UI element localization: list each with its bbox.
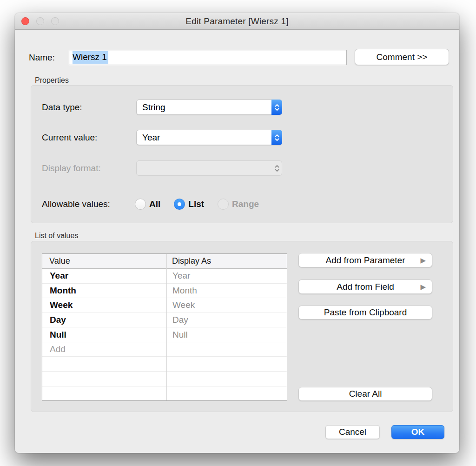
display-format-label: Display format:	[42, 160, 101, 176]
cancel-button-label: Cancel	[339, 427, 366, 437]
radio-option-list[interactable]: List	[174, 199, 204, 210]
current-value-label: Current value:	[42, 130, 97, 145]
properties-section-label: Properties	[35, 76, 69, 85]
display-as-cell[interactable]: Day	[166, 315, 188, 325]
minimize-button[interactable]	[36, 17, 44, 25]
cancel-button[interactable]: Cancel	[325, 425, 380, 439]
radio-disabled-icon	[218, 199, 229, 210]
value-cell[interactable]: Year	[42, 271, 166, 281]
edit-parameter-dialog: Edit Parameter [Wiersz 1] Name: Wiersz 1…	[15, 13, 459, 453]
chevron-up-down-icon	[271, 130, 282, 145]
value-cell[interactable]: Day	[42, 315, 166, 325]
close-button[interactable]	[21, 17, 29, 25]
clear-all-label: Clear All	[349, 389, 382, 399]
add-value-label[interactable]: Add	[42, 344, 166, 354]
radio-icon[interactable]	[135, 199, 146, 210]
paste-from-clipboard-button[interactable]: Paste from Clipboard	[298, 306, 432, 320]
comment-button[interactable]: Comment >>	[355, 49, 449, 65]
value-cell[interactable]: Month	[42, 286, 166, 296]
chevron-up-down-icon	[271, 100, 282, 115]
empty-table-row	[42, 357, 287, 372]
current-value-value: Year	[142, 133, 160, 143]
radio-selected-icon[interactable]	[174, 199, 185, 210]
column-header-value: Value	[42, 256, 166, 266]
data-type-label: Data type:	[42, 100, 82, 115]
display-as-cell[interactable]: Year	[166, 271, 190, 281]
data-type-value: String	[142, 102, 165, 113]
chevron-up-down-icon	[271, 160, 282, 176]
table-row[interactable]: Month Month	[42, 284, 287, 299]
table-header: Value Display As	[42, 254, 287, 269]
add-value-row[interactable]: Add	[42, 342, 287, 357]
allowable-values-label: Allowable values:	[42, 196, 110, 212]
display-as-cell[interactable]: Week	[166, 300, 195, 310]
ok-button-label: OK	[411, 427, 425, 437]
submenu-arrow-icon: ▶	[420, 256, 426, 265]
allowable-values-radio-group: All List Range	[135, 197, 272, 211]
comment-button-label: Comment >>	[377, 52, 428, 62]
ok-button[interactable]: OK	[391, 425, 444, 439]
zoom-button[interactable]	[51, 17, 59, 25]
radio-option-range: Range	[218, 199, 259, 210]
window-title: Edit Parameter [Wiersz 1]	[185, 16, 288, 27]
add-from-field-label: Add from Field	[337, 282, 394, 292]
radio-label: List	[188, 199, 204, 209]
empty-table-row	[42, 386, 287, 401]
add-from-parameter-label: Add from Parameter	[325, 255, 405, 266]
radio-label: Range	[232, 199, 259, 209]
table-row[interactable]: Week Week	[42, 298, 287, 313]
column-header-display-as: Display As	[166, 256, 211, 266]
radio-option-all[interactable]: All	[135, 199, 160, 210]
table-row[interactable]: Year Year	[42, 269, 287, 284]
empty-table-row	[42, 372, 287, 386]
table-row[interactable]: Null Null	[42, 327, 287, 342]
clear-all-button[interactable]: Clear All	[298, 387, 432, 401]
add-from-field-button[interactable]: Add from Field ▶	[298, 280, 432, 294]
current-value-dropdown[interactable]: Year	[136, 130, 282, 145]
value-cell[interactable]: Week	[42, 300, 166, 310]
titlebar: Edit Parameter [Wiersz 1]	[15, 13, 459, 30]
radio-label: All	[149, 199, 160, 209]
submenu-arrow-icon: ▶	[420, 283, 426, 291]
data-type-dropdown[interactable]: String	[136, 100, 282, 115]
display-as-cell[interactable]: Null	[166, 330, 188, 340]
display-as-cell[interactable]: Month	[166, 286, 197, 296]
table-row[interactable]: Day Day	[42, 313, 287, 328]
paste-from-clipboard-label: Paste from Clipboard	[324, 307, 407, 318]
values-table: Value Display As Year Year Month Month W…	[42, 253, 287, 401]
display-format-dropdown	[136, 160, 282, 176]
name-input-selected-text: Wiersz 1	[73, 51, 108, 64]
column-divider	[166, 254, 167, 400]
list-of-values-section-label: List of values	[35, 232, 78, 240]
name-label: Name:	[29, 50, 55, 65]
add-from-parameter-button[interactable]: Add from Parameter ▶	[298, 253, 432, 267]
value-cell[interactable]: Null	[42, 330, 166, 340]
name-input[interactable]: Wiersz 1	[69, 50, 347, 65]
